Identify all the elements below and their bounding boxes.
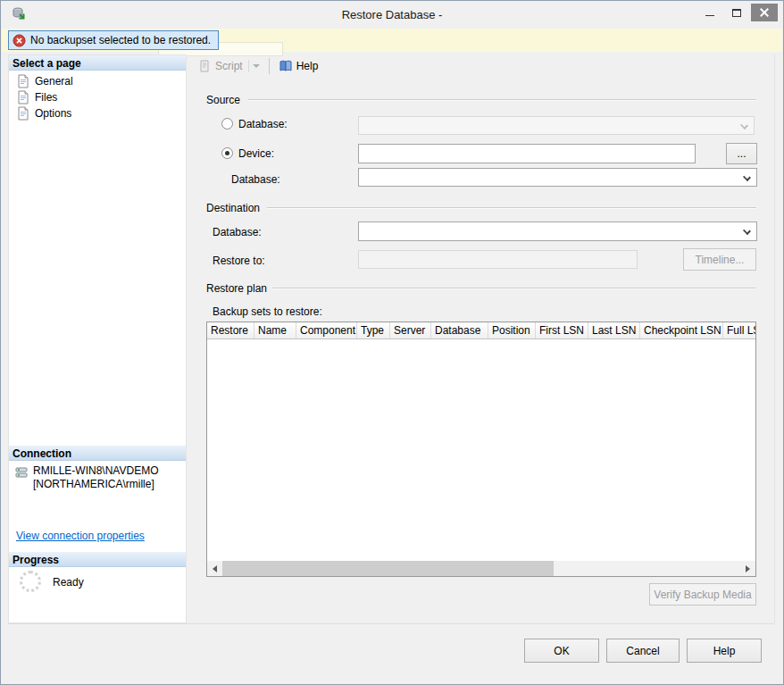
toolbar-separator: [269, 58, 270, 74]
page-icon: [16, 74, 30, 88]
connection-user: [NORTHAMERICA\rmille]: [33, 478, 158, 491]
cancel-button[interactable]: Cancel: [606, 639, 680, 663]
source-database-select-label: Database:: [231, 173, 280, 186]
help-label: Help: [296, 60, 319, 72]
device-radio[interactable]: [221, 147, 233, 159]
column-header-type[interactable]: Type: [357, 322, 390, 338]
destination-group-label: Destination: [206, 202, 260, 214]
backup-sets-label: Backup sets to restore:: [213, 305, 322, 318]
footer-divider: [8, 623, 774, 624]
titlebar: Restore Database -: [1, 1, 783, 29]
restore-plan-group-label: Restore plan: [206, 282, 267, 295]
sidebar-item-label: Files: [35, 91, 57, 104]
restore-plan-group-line: [272, 288, 756, 288]
column-header-server[interactable]: Server: [390, 322, 431, 338]
connection-header: Connection: [9, 446, 186, 461]
source-group-line: [248, 99, 756, 100]
scroll-left-button[interactable]: [207, 561, 222, 576]
backup-sets-table: Restore Name Component Type Server Datab…: [206, 322, 756, 577]
source-group-label: Source: [206, 94, 240, 106]
sidebar-item-label: Options: [35, 107, 71, 120]
error-icon: [13, 34, 26, 47]
scroll-right-icon: [746, 565, 750, 572]
minimize-icon: [705, 15, 714, 16]
column-header-restore[interactable]: Restore: [207, 322, 254, 338]
destination-group-line: [267, 207, 756, 208]
window-controls: [697, 4, 778, 21]
minimize-button[interactable]: [697, 4, 722, 21]
browse-device-button[interactable]: ...: [726, 143, 757, 164]
help-book-icon: [279, 59, 293, 73]
restore-to-label: Restore to:: [213, 255, 265, 267]
sidebar: Select a page General Files Options Conn…: [8, 54, 187, 623]
verify-backup-media-button[interactable]: Verify Backup Media: [649, 583, 756, 606]
destination-database-dropdown[interactable]: [358, 221, 757, 241]
backup-database-dropdown[interactable]: [358, 168, 757, 187]
source-database-dropdown[interactable]: [358, 116, 755, 135]
sidebar-item-options[interactable]: Options: [16, 105, 177, 121]
page-icon: [16, 90, 30, 104]
script-dropdown-icon[interactable]: [253, 64, 260, 68]
page-icon: [16, 106, 30, 121]
script-button[interactable]: Script: [197, 59, 260, 73]
help-button[interactable]: Help: [687, 639, 762, 663]
chevron-down-icon: [740, 121, 748, 129]
ok-button[interactable]: OK: [524, 639, 599, 663]
select-a-page-header: Select a page: [9, 55, 186, 71]
progress-header: Progress: [9, 552, 186, 567]
restore-to-input[interactable]: [358, 250, 638, 269]
scrollbar-thumb[interactable]: [222, 561, 554, 576]
column-header-database[interactable]: Database: [431, 322, 488, 338]
script-icon: [197, 59, 212, 73]
horizontal-scrollbar[interactable]: [207, 561, 755, 576]
restore-database-dialog: Restore Database - No backupset selected…: [0, 0, 784, 685]
chevron-down-icon: [743, 227, 751, 235]
sidebar-item-label: General: [35, 75, 73, 88]
database-radio[interactable]: [221, 118, 233, 129]
device-radio-label: Device:: [238, 147, 274, 160]
sidebar-item-files[interactable]: Files: [16, 89, 177, 105]
view-connection-properties-link[interactable]: View connection properties: [16, 530, 145, 542]
maximize-icon: [732, 9, 741, 17]
scroll-left-icon: [213, 565, 217, 572]
progress-spinner-icon: [20, 571, 41, 592]
sidebar-item-general[interactable]: General: [16, 73, 177, 89]
column-header-position[interactable]: Position: [488, 322, 536, 338]
warning-text: No backupset selected to be restored.: [30, 34, 211, 46]
column-header-first-lsn[interactable]: First LSN: [536, 322, 588, 338]
chevron-down-icon: [743, 173, 751, 181]
column-header-checkpoint-lsn[interactable]: Checkpoint LSN: [640, 322, 723, 338]
toolbar: Script Help: [190, 56, 318, 76]
column-header-name[interactable]: Name: [254, 322, 296, 338]
warning-bar: No backupset selected to be restored.: [2, 29, 782, 52]
window-title: Restore Database -: [1, 8, 783, 21]
column-header-last-lsn[interactable]: Last LSN: [588, 322, 640, 338]
main-panel-edge: [774, 54, 775, 623]
script-label: Script: [215, 60, 243, 72]
scroll-right-button[interactable]: [740, 561, 755, 576]
column-header-full-lsn[interactable]: Full LSN: [723, 322, 755, 338]
table-header-row: Restore Name Component Type Server Datab…: [207, 322, 755, 339]
timeline-button[interactable]: Timeline...: [683, 248, 756, 271]
script-divider: [248, 60, 249, 72]
column-header-component[interactable]: Component: [296, 322, 357, 338]
progress-status: Ready: [53, 576, 84, 589]
maximize-button[interactable]: [724, 4, 749, 21]
close-button[interactable]: [751, 4, 778, 21]
destination-database-label: Database:: [213, 226, 262, 238]
toolbar-help-button[interactable]: Help: [279, 59, 319, 73]
connection-info: RMILLE-WIN8\NAVDEMO [NORTHAMERICA\rmille…: [14, 464, 158, 491]
server-icon: [14, 465, 29, 480]
warning-message: No backupset selected to be restored.: [8, 30, 219, 50]
table-body-empty: [207, 339, 755, 561]
database-radio-label: Database:: [238, 118, 288, 130]
device-input[interactable]: [358, 144, 696, 163]
connection-server: RMILLE-WIN8\NAVDEMO: [33, 464, 158, 478]
